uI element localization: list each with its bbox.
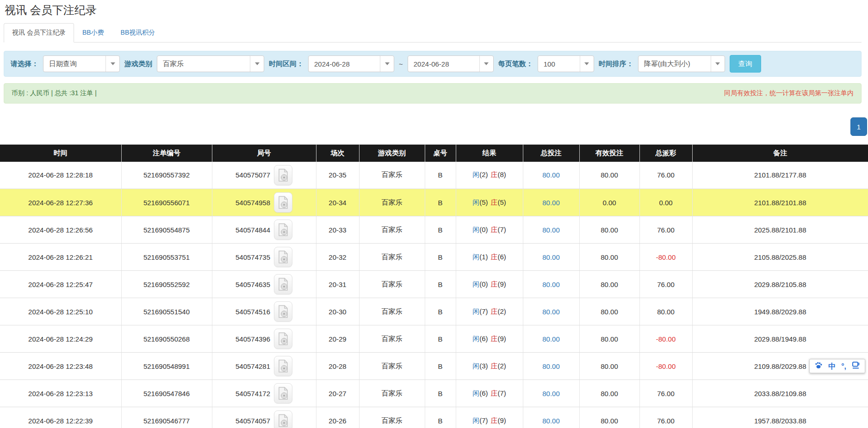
player-label: 闲: [472, 253, 479, 261]
video-replay-button[interactable]: [274, 356, 292, 376]
cell-remark: 2033.88/2109.88: [692, 380, 868, 407]
cell-time: 2024-06-28 12:26:21: [0, 244, 121, 271]
video-replay-button[interactable]: [274, 383, 292, 404]
cell-remark: 1957.88/2033.88: [692, 407, 868, 428]
cell-total-bet[interactable]: 80.00: [523, 353, 579, 380]
cell-valid-bet: 80.00: [579, 298, 639, 325]
remark-text: 2109.88/2029.88: [754, 362, 806, 370]
cell-result: 闲(3)庄(2): [456, 353, 523, 380]
game-type-select[interactable]: 百家乐: [157, 55, 264, 72]
page-title: 视讯 会员下注纪录: [0, 0, 868, 18]
cell-table-no: B: [425, 216, 456, 244]
date-to-select[interactable]: 2024-06-28: [408, 55, 494, 72]
paw-icon[interactable]: [814, 361, 823, 371]
cell-remark: 2025.88/2101.88: [692, 216, 868, 244]
cell-game-type: 百家乐: [359, 216, 425, 244]
player-label: 闲: [472, 226, 479, 233]
video-file-icon: [278, 360, 289, 373]
cell-total-bet[interactable]: 80.00: [523, 325, 579, 353]
cell-game-type: 百家乐: [359, 298, 425, 325]
cell-session: 20-29: [316, 325, 359, 353]
cell-payout: 76.00: [639, 407, 692, 428]
cell-total-bet[interactable]: 80.00: [523, 380, 579, 407]
pinyin-icon[interactable]: °,: [841, 362, 846, 370]
date-range-label: 时间区间：: [269, 60, 304, 68]
round-id-text: 540574958: [236, 199, 270, 207]
tab-bb-video-points[interactable]: BB视讯积分: [112, 23, 164, 43]
video-file-icon: [278, 169, 289, 182]
video-replay-button[interactable]: [274, 165, 292, 185]
banker-score: (2): [498, 362, 506, 370]
video-replay-button[interactable]: [274, 329, 292, 349]
banker-score: (7): [498, 389, 506, 397]
remark-text: 2025.88/2101.88: [754, 226, 806, 234]
video-replay-button[interactable]: [274, 247, 292, 267]
remark-text: 1949.88/2029.88: [754, 308, 806, 316]
remark-text: 2105.88/2025.88: [754, 253, 806, 261]
video-replay-button[interactable]: [274, 301, 292, 322]
cell-total-bet[interactable]: 80.00: [523, 271, 579, 298]
round-id-text: 540574172: [236, 390, 270, 397]
cell-round-id: 540574396: [212, 325, 316, 353]
col-round-id: 局号: [212, 145, 316, 162]
col-game-type: 游戏类别: [359, 145, 425, 162]
video-replay-button[interactable]: [274, 220, 292, 240]
tab-bb-tips[interactable]: BB小费: [74, 23, 112, 43]
cell-total-bet[interactable]: 80.00: [523, 162, 579, 189]
cell-time: 2024-06-28 12:27:36: [0, 189, 121, 216]
date-from-select[interactable]: 2024-06-28: [308, 55, 394, 72]
cell-session: 20-32: [316, 244, 359, 271]
cell-result: 闲(7)庄(9): [456, 407, 523, 428]
cell-payout: 80.00: [639, 298, 692, 325]
player-label: 闲: [472, 416, 479, 424]
cell-result: 闲(0)庄(9): [456, 271, 523, 298]
video-replay-button[interactable]: [274, 410, 292, 428]
cell-total-bet[interactable]: 80.00: [523, 216, 579, 244]
page-size-select[interactable]: 100: [538, 55, 594, 72]
player-label: 闲: [472, 198, 479, 206]
cell-result: 闲(5)庄(5): [456, 189, 523, 216]
bet-records-table: 时间 注单编号 局号 场次 游戏类别 桌号 结果 总投注 有效投注 总派彩 备注…: [0, 144, 868, 428]
cell-round-id: 540574172: [212, 380, 316, 407]
cell-total-bet[interactable]: 80.00: [523, 407, 579, 428]
query-button[interactable]: 查询: [730, 55, 761, 73]
time-sort-select[interactable]: 降幂(由大到小): [638, 55, 725, 72]
cell-time: 2024-06-28 12:23:48: [0, 353, 121, 380]
remark-text: 1957.88/2033.88: [754, 417, 806, 425]
video-replay-button[interactable]: [274, 192, 292, 213]
cell-session: 20-34: [316, 189, 359, 216]
cell-game-type: 百家乐: [359, 353, 425, 380]
col-valid-bet: 有效投注: [579, 145, 639, 162]
table-row: 2024-06-28 12:23:48 521690548991 5405742…: [0, 353, 868, 380]
player-score: (7): [479, 307, 488, 315]
cell-total-bet[interactable]: 80.00: [523, 298, 579, 325]
round-id-text: 540574281: [236, 362, 270, 370]
valid-bet-notice-text: 同局有效投注，统一计算在该局第一张注单内: [724, 89, 854, 98]
cell-valid-bet: 80.00: [579, 407, 639, 428]
translate-zh-icon[interactable]: 中: [828, 362, 836, 370]
player-label: 闲: [472, 335, 479, 342]
cell-bet-id: 521690546777: [121, 407, 212, 428]
player-label: 闲: [472, 389, 479, 397]
page-1-button[interactable]: 1: [850, 117, 867, 136]
cell-total-bet[interactable]: 80.00: [523, 244, 579, 271]
cell-payout: 76.00: [639, 271, 692, 298]
cell-result: 闲(7)庄(2): [456, 298, 523, 325]
chevron-down-icon: [580, 56, 594, 72]
video-replay-button[interactable]: [274, 274, 292, 294]
cell-game-type: 百家乐: [359, 244, 425, 271]
player-score: (2): [479, 171, 488, 178]
cell-result: 闲(2)庄(8): [456, 162, 523, 189]
banker-label: 庄: [491, 253, 498, 261]
cell-total-bet[interactable]: 80.00: [523, 189, 579, 216]
cell-time: 2024-06-28 12:24:29: [0, 325, 121, 353]
cup-icon[interactable]: [852, 361, 860, 371]
cell-remark: 2105.88/2025.88: [692, 244, 868, 271]
tab-video-bet-records[interactable]: 视讯 会员下注纪录: [4, 23, 74, 43]
video-file-icon: [278, 251, 289, 263]
table-row: 2024-06-28 12:26:21 521690553751 5405747…: [0, 244, 868, 271]
query-type-value: 日期查询: [43, 60, 105, 68]
query-type-select[interactable]: 日期查询: [43, 55, 120, 72]
cell-valid-bet: 80.00: [579, 380, 639, 407]
chevron-down-icon: [105, 56, 119, 72]
